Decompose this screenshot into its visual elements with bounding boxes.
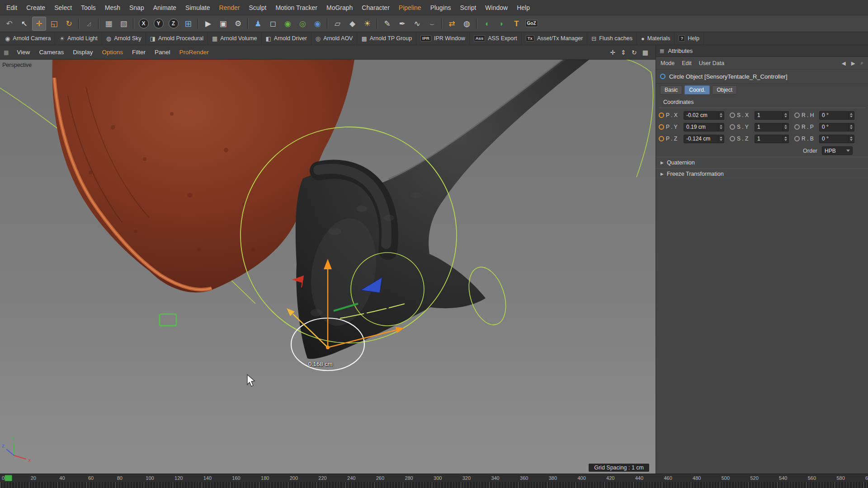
vp-menu-display[interactable]: Display bbox=[68, 49, 97, 56]
menu-create[interactable]: Create bbox=[22, 4, 50, 11]
zoom-view-icon[interactable]: ⇕ bbox=[621, 49, 626, 56]
asset-tx-manager-button[interactable]: Tx Asset/Tx Manager bbox=[522, 32, 588, 45]
arnold-light-button[interactable]: ☀ Arnold Light bbox=[55, 32, 102, 45]
rotation-input[interactable]: 0 ° bbox=[819, 123, 854, 131]
position-input[interactable]: -0.124 cm bbox=[684, 135, 724, 143]
record-rotation-dot[interactable] bbox=[794, 136, 800, 141]
arnold-volume-button[interactable]: ▦ Arnold Volume bbox=[208, 32, 262, 45]
menu-simulate[interactable]: Simulate bbox=[181, 4, 214, 11]
menu-script[interactable]: Script bbox=[456, 4, 481, 11]
workplane-button[interactable]: ▱ bbox=[330, 17, 344, 31]
section-freeze-transformation[interactable]: ▶ Freeze Transformation bbox=[656, 168, 868, 179]
record-scale-dot[interactable] bbox=[730, 113, 735, 118]
arnold-procedural-button[interactable]: ◨ Arnold Procedural bbox=[146, 32, 208, 45]
record-position-dot[interactable] bbox=[659, 124, 664, 130]
last-used-tool[interactable]: ◿ bbox=[82, 17, 96, 31]
scale-input[interactable]: 1 bbox=[755, 123, 789, 131]
tab-coord[interactable]: Coord. bbox=[684, 85, 710, 94]
toolbar-separator[interactable] bbox=[133, 18, 134, 29]
render-settings-button[interactable]: ⚙ bbox=[231, 17, 245, 31]
rotation-input[interactable]: 0 ° bbox=[819, 135, 854, 143]
order-dropdown[interactable]: HPB bbox=[822, 146, 853, 155]
spline-pen-button[interactable]: ✒ bbox=[395, 17, 409, 31]
vp-menu-filter[interactable]: Filter bbox=[127, 49, 150, 56]
value-stepper[interactable] bbox=[718, 135, 724, 143]
timeline-frame-labels[interactable]: 0204060801001201401601802002202402602803… bbox=[0, 474, 868, 482]
timeline-ruler[interactable]: 0204060801001201401601802002202402602803… bbox=[0, 474, 868, 488]
am-menu-user-data[interactable]: User Data bbox=[699, 60, 724, 66]
toggle-views-icon[interactable]: ▦ bbox=[642, 49, 648, 56]
rotate-view-icon[interactable]: ↻ bbox=[632, 49, 637, 56]
vp-menu-options[interactable]: Options bbox=[97, 49, 127, 56]
help-button[interactable]: ? Help bbox=[675, 32, 704, 45]
search-icon[interactable]: ⌕ bbox=[861, 60, 863, 66]
edges-mode-button[interactable]: ◎ bbox=[296, 17, 310, 31]
menu-help[interactable]: Help bbox=[512, 4, 534, 11]
value-stepper[interactable] bbox=[783, 123, 788, 131]
coordinate-system-button[interactable]: ⊞ bbox=[181, 17, 195, 31]
am-menu-edit[interactable]: Edit bbox=[682, 60, 692, 66]
record-rotation-dot[interactable] bbox=[794, 113, 800, 118]
flush-caches-button[interactable]: ⊟ Flush caches bbox=[587, 32, 637, 45]
spline-arc-button[interactable]: ∿ bbox=[410, 17, 424, 31]
am-menu-mode[interactable]: Mode bbox=[660, 60, 675, 66]
text-tool-button[interactable]: T bbox=[509, 17, 524, 31]
value-stepper[interactable] bbox=[783, 112, 788, 119]
menu-character[interactable]: Character bbox=[357, 4, 394, 11]
menu-tools[interactable]: Tools bbox=[76, 4, 100, 11]
lock-x-axis-button[interactable]: X bbox=[137, 17, 151, 31]
arnold-driver-button[interactable]: ◧ Arnold Driver bbox=[262, 32, 311, 45]
menu-plugins[interactable]: Plugins bbox=[426, 4, 456, 11]
toolbar-separator[interactable] bbox=[476, 18, 477, 29]
menu-mesh[interactable]: Mesh bbox=[100, 4, 125, 11]
quantize-icon[interactable]: ▧ bbox=[117, 17, 131, 31]
rotation-input[interactable]: 0 ° bbox=[819, 111, 854, 120]
menu-window[interactable]: Window bbox=[481, 4, 512, 11]
snap-settings-icon[interactable]: ▦ bbox=[102, 17, 116, 31]
arnold-tp-group-button[interactable]: ▩ Arnold TP Group bbox=[357, 32, 416, 45]
history-back-icon[interactable]: ◀ bbox=[842, 60, 846, 66]
menu-snap[interactable]: Snap bbox=[125, 4, 149, 11]
render-region-button[interactable]: ▣ bbox=[216, 17, 230, 31]
toolbar-separator[interactable] bbox=[78, 18, 80, 29]
vp-menu-panel[interactable]: Panel bbox=[150, 49, 175, 56]
mirror-tool-button[interactable]: ⇄ bbox=[445, 17, 459, 31]
section-quaternion[interactable]: ▶ Quaternion bbox=[656, 157, 868, 168]
arnold-aov-button[interactable]: ◎ Arnold AOV bbox=[311, 32, 358, 45]
position-input[interactable]: 0.19 cm bbox=[684, 123, 724, 131]
tab-basic[interactable]: Basic bbox=[660, 85, 682, 94]
arnold-camera-button[interactable]: ◉ Arnold Camera bbox=[1, 32, 55, 45]
character-left-button[interactable]: ◖ bbox=[480, 17, 494, 31]
pan-view-icon[interactable]: ✛ bbox=[610, 49, 616, 56]
position-input[interactable]: -0.02 cm bbox=[684, 111, 724, 120]
value-stepper[interactable] bbox=[718, 112, 724, 119]
vp-menu-cameras[interactable]: Cameras bbox=[34, 49, 68, 56]
select-tool[interactable]: ↖ bbox=[17, 17, 31, 31]
camera-button[interactable]: ◆ bbox=[345, 17, 359, 31]
timeline-current-frame-handle[interactable] bbox=[5, 475, 12, 481]
lock-y-axis-button[interactable]: Y bbox=[151, 17, 165, 31]
record-rotation-dot[interactable] bbox=[794, 124, 800, 130]
scale-input[interactable]: 1 bbox=[755, 111, 789, 120]
menu-motion-tracker[interactable]: Motion Tracker bbox=[271, 4, 322, 11]
toolbar-separator[interactable] bbox=[441, 18, 443, 29]
menu-animate[interactable]: Animate bbox=[149, 4, 181, 11]
menu-select[interactable]: Select bbox=[50, 4, 76, 11]
value-stepper[interactable] bbox=[848, 123, 854, 131]
materials-button[interactable]: ● Materials bbox=[637, 32, 675, 45]
vp-menu-view[interactable]: View bbox=[12, 49, 34, 56]
rectangle-controller[interactable] bbox=[160, 314, 176, 326]
menu-pipeline[interactable]: Pipeline bbox=[394, 4, 426, 11]
ass-export-button[interactable]: Ass ASS Export bbox=[470, 32, 522, 45]
move-gizmo-origin[interactable] bbox=[326, 346, 330, 349]
scale-tool[interactable]: ◱ bbox=[47, 17, 61, 31]
spline-smooth-button[interactable]: ⌣ bbox=[425, 17, 439, 31]
record-scale-dot[interactable] bbox=[730, 124, 735, 130]
points-mode-button[interactable]: ◉ bbox=[281, 17, 295, 31]
lock-z-axis-button[interactable]: Z bbox=[166, 17, 180, 31]
toolbar-separator[interactable] bbox=[198, 18, 199, 29]
viewport-3d[interactable]: Y x z Perspective 0.168 cm Grid Spacing … bbox=[0, 60, 656, 474]
toolbar-separator[interactable] bbox=[98, 18, 99, 29]
ipr-window-button[interactable]: IPR IPR Window bbox=[416, 32, 470, 45]
move-tool[interactable]: ✛ bbox=[32, 17, 46, 31]
